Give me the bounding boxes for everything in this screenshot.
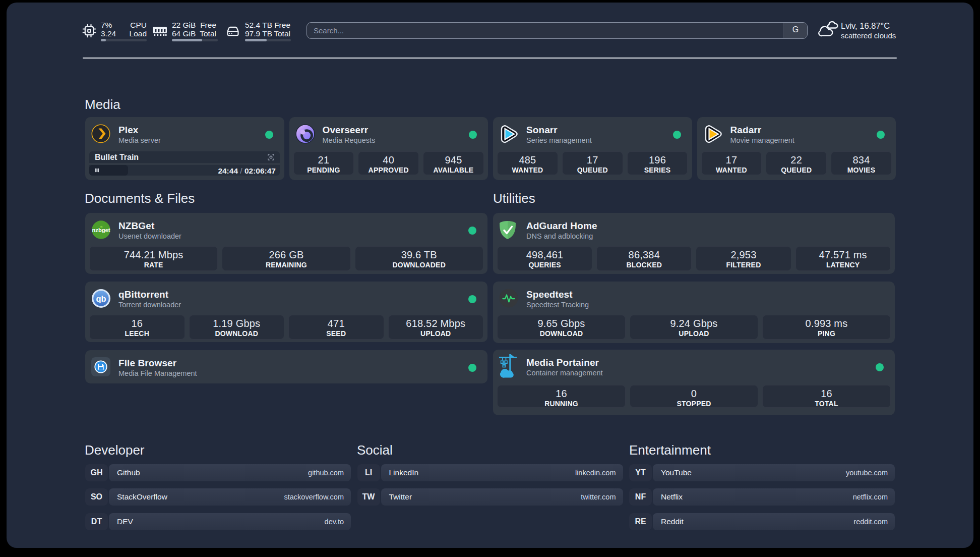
svg-text:nzbget: nzbget bbox=[92, 227, 110, 233]
svg-text:qb: qb bbox=[96, 294, 106, 303]
